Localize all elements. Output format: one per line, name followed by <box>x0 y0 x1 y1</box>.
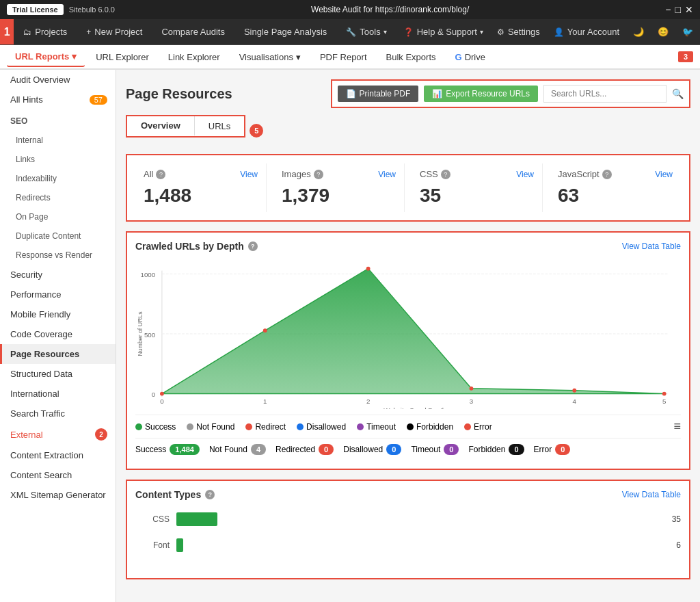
chart-view-data[interactable]: View Data Table <box>622 241 681 251</box>
css-info-icon[interactable]: ? <box>441 170 450 179</box>
stats-success: Success 1,484 <box>135 444 200 455</box>
sidebar-item-content-extraction[interactable]: Content Extraction <box>0 445 116 465</box>
subnav-visualisations-label: Visualisations <box>239 52 293 62</box>
content-types-view-data[interactable]: View Data Table <box>622 490 681 499</box>
sidebar-item-international[interactable]: International <box>0 384 116 404</box>
nav-emoji[interactable]: 😊 <box>651 19 675 44</box>
stats-error: Error 0 <box>534 444 571 455</box>
twitter-icon: 🐦 <box>682 27 693 37</box>
nav-compare-audits[interactable]: Compare Audits <box>152 19 234 44</box>
sidebar-item-structured-data[interactable]: Structured Data <box>0 364 116 384</box>
nav-dark-mode[interactable]: 🌙 <box>626 19 651 44</box>
close-button[interactable]: ✕ <box>685 4 693 15</box>
svg-text:1: 1 <box>263 397 267 405</box>
stat-js-view[interactable]: View <box>655 170 673 179</box>
nav-single-page[interactable]: Single Page Analysis <box>234 19 336 44</box>
images-info-icon[interactable]: ? <box>314 170 323 179</box>
content-types-bars: CSS 35 Font 6 <box>135 507 681 570</box>
stat-css-view[interactable]: View <box>516 170 534 179</box>
nav-new-project[interactable]: + New Project <box>77 19 152 44</box>
sidebar-item-page-resources[interactable]: Page Resources <box>0 344 116 364</box>
subnav-drive[interactable]: G Drive <box>447 48 494 66</box>
nav-help[interactable]: ❓ Help & Support <box>396 19 490 44</box>
all-info-icon[interactable]: ? <box>156 170 165 179</box>
stat-images-view[interactable]: View <box>378 170 396 179</box>
not-found-count: 4 <box>251 444 266 455</box>
legend-menu-icon[interactable]: ≡ <box>673 419 681 434</box>
sidebar-item-code-coverage[interactable]: Code Coverage <box>0 324 116 344</box>
printable-pdf-button[interactable]: 📄 Printable PDF <box>338 86 419 102</box>
export-urls-button[interactable]: 📊 Export Resource URLs <box>424 86 538 102</box>
sidebar-item-on-page[interactable]: On Page <box>0 207 116 226</box>
redirected-count: 0 <box>319 444 334 455</box>
subnav-pdf-label: PDF Report <box>320 52 367 62</box>
stat-images-label: Images ? <box>282 169 323 179</box>
subnav-link-explorer[interactable]: Link Explorer <box>160 48 228 66</box>
page-title: Page Resources <box>126 86 232 102</box>
window-controls[interactable]: − □ ✕ <box>665 4 693 15</box>
sidebar-item-search-traffic[interactable]: Search Traffic <box>0 404 116 423</box>
chart-info-icon[interactable]: ? <box>248 241 258 251</box>
stat-js-value: 63 <box>558 185 673 207</box>
subnav-pdf[interactable]: PDF Report <box>312 48 375 66</box>
sidebar-item-performance[interactable]: Performance <box>0 285 116 304</box>
subnav-link-explorer-label: Link Explorer <box>168 52 220 62</box>
help-icon: ❓ <box>403 27 414 37</box>
svg-point-20 <box>662 392 667 396</box>
stat-all-view[interactable]: View <box>240 170 258 179</box>
sidebar-item-response-vs-render[interactable]: Response vs Render <box>0 246 116 265</box>
main-layout: Audit Overview All Hints 57 SEO Internal… <box>0 70 700 602</box>
legend-redirect: Redirect <box>245 422 286 432</box>
tab-overview[interactable]: Overview <box>127 116 195 136</box>
svg-text:0: 0 <box>160 397 164 405</box>
subnav-drive-label: Drive <box>465 52 485 62</box>
sidebar-item-links[interactable]: Links <box>0 150 116 169</box>
sidebar: Audit Overview All Hints 57 SEO Internal… <box>0 70 116 602</box>
tab-urls[interactable]: URLs <box>195 116 245 136</box>
nav-logo[interactable]: 1 <box>0 19 14 44</box>
sidebar-item-audit-overview[interactable]: Audit Overview <box>0 70 116 90</box>
sidebar-item-content-search[interactable]: Content Search <box>0 465 116 485</box>
sidebar-item-redirects[interactable]: Redirects <box>0 188 116 207</box>
maximize-button[interactable]: □ <box>675 4 681 15</box>
sidebar-item-all-hints[interactable]: All Hints 57 <box>0 90 116 109</box>
content-types-header: Content Types ? View Data Table <box>135 489 681 500</box>
content-types-info-icon[interactable]: ? <box>205 490 215 499</box>
nav-projects[interactable]: 🗂 Projects <box>14 19 77 44</box>
subnav-bulk-exports[interactable]: Bulk Exports <box>378 48 444 66</box>
nav-twitter[interactable]: 🐦 <box>675 19 700 44</box>
minimize-button[interactable]: − <box>665 4 671 15</box>
svg-text:1000: 1000 <box>141 271 156 278</box>
all-hints-badge: 57 <box>90 95 107 105</box>
ct-css-label: CSS <box>135 514 170 524</box>
sidebar-item-xml-sitemap[interactable]: XML Sitemap Generator <box>0 485 116 505</box>
error-count: 0 <box>555 444 570 455</box>
sidebar-item-mobile-friendly[interactable]: Mobile Friendly <box>0 304 116 324</box>
legend-error: Error <box>464 422 492 432</box>
subnav-url-explorer[interactable]: URL Explorer <box>88 48 157 66</box>
tabs-badge: 5 <box>250 124 263 138</box>
subnav-url-reports[interactable]: URL Reports ▾ <box>7 47 85 67</box>
sidebar-section-seo: SEO <box>0 109 116 131</box>
sidebar-label-audit-overview: Audit Overview <box>10 75 70 85</box>
subnav-bulk-exports-label: Bulk Exports <box>386 52 436 62</box>
settings-icon: ⚙ <box>497 27 504 37</box>
subnav-visualisations[interactable]: Visualisations ▾ <box>231 48 309 66</box>
js-info-icon[interactable]: ? <box>602 170 612 179</box>
sidebar-item-external[interactable]: External 2 <box>0 423 116 445</box>
chart-header: Crawled URLs by Depth ? View Data Table <box>135 241 681 252</box>
sidebar-item-security[interactable]: Security <box>0 265 116 285</box>
projects-icon: 🗂 <box>23 27 31 37</box>
sidebar-item-indexability[interactable]: Indexability <box>0 169 116 188</box>
nav-right: ❓ Help & Support ⚙ Settings 👤 Your Accou… <box>396 19 700 44</box>
sidebar-item-duplicate-content[interactable]: Duplicate Content <box>0 226 116 246</box>
subnav-vis-dropdown-icon: ▾ <box>296 52 301 62</box>
sidebar-item-internal[interactable]: Internal <box>0 131 116 150</box>
nav-settings[interactable]: ⚙ Settings <box>490 19 547 44</box>
svg-point-16 <box>263 328 267 332</box>
nav-tools[interactable]: 🔧 Tools <box>336 19 396 44</box>
pdf-icon: 📄 <box>346 89 356 99</box>
search-input[interactable] <box>543 85 667 103</box>
nav-account[interactable]: 👤 Your Account <box>547 19 626 44</box>
search-button[interactable]: 🔍 <box>672 88 684 99</box>
